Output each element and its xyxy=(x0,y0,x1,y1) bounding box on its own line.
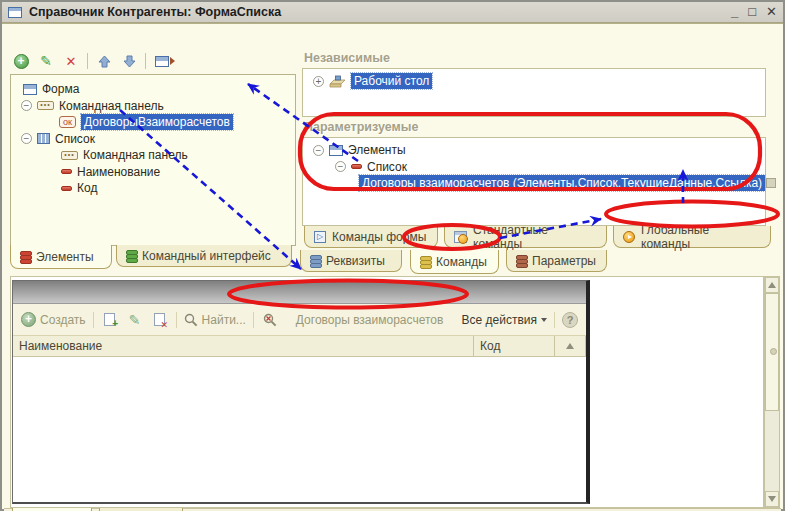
collapse-icon[interactable]: − xyxy=(335,161,346,172)
delete-x-icon: ✕ xyxy=(66,54,77,69)
minimize-button[interactable]: _ xyxy=(731,5,738,19)
form-settings-button[interactable] xyxy=(153,52,177,70)
all-actions-button[interactable]: Все действия xyxy=(462,313,547,327)
elements-stack-icon xyxy=(20,251,30,263)
tab-komandy[interactable]: Команды xyxy=(410,250,499,274)
tree-item-label: Командная панель xyxy=(59,99,164,113)
create-label: Создать xyxy=(40,313,86,327)
tab-rekvizity[interactable]: Реквизиты xyxy=(300,250,402,272)
column-header-name[interactable]: Наименование xyxy=(13,336,474,356)
tree-item-label: Список xyxy=(367,160,407,174)
attributes-stack-icon xyxy=(310,255,320,267)
tree-item-label: Элементы xyxy=(348,143,406,157)
column-header-code[interactable]: Код xyxy=(474,336,555,356)
tab-label: Глобальные команды xyxy=(641,223,761,251)
tab-elementy[interactable]: Элементы xyxy=(10,245,112,269)
add-icon: + xyxy=(21,312,36,327)
global-commands-icon xyxy=(623,231,635,243)
pencil-icon: ✎ xyxy=(40,54,52,68)
create-button[interactable]: + Создать xyxy=(21,311,86,329)
all-actions-label: Все действия xyxy=(462,313,537,327)
toolbar-separator xyxy=(253,312,254,328)
field-icon xyxy=(61,169,72,174)
parametrized-header: Параметризуемые xyxy=(304,120,418,134)
tab-komandnyj-interfejs[interactable]: Командный интерфейс xyxy=(116,245,292,267)
scrollbar-up-button[interactable] xyxy=(765,277,779,293)
elements-toolbar: + ✎ ✕ xyxy=(12,50,177,72)
tree-item-name-field[interactable]: Наименование xyxy=(15,164,291,181)
scrollbar-thumb[interactable] xyxy=(765,293,779,411)
collapse-icon[interactable]: − xyxy=(21,100,32,111)
magnifier-icon xyxy=(184,313,198,327)
tab-label: Элементы xyxy=(36,250,94,264)
delete-button[interactable]: ✕ xyxy=(62,52,80,70)
pencil-icon: ✎ xyxy=(129,313,141,327)
copy-doc-icon: + xyxy=(104,313,115,326)
toolbar-separator xyxy=(176,312,177,328)
arrow-up-icon xyxy=(98,55,111,68)
clear-search-button[interactable] xyxy=(261,311,279,329)
parameters-stack-icon xyxy=(516,255,526,267)
vertical-scrollbar[interactable] xyxy=(764,276,780,508)
splitter-grip[interactable] xyxy=(766,178,776,188)
add-button[interactable]: + xyxy=(12,52,30,70)
field-icon xyxy=(61,186,72,191)
scroll-down-icon xyxy=(768,496,776,502)
tree-item-command-bar[interactable]: − ••• Командная панель xyxy=(15,98,291,115)
tree-item-label-selected: ДоговорыВзаиморасчетов xyxy=(81,114,233,130)
collapse-icon[interactable]: − xyxy=(313,145,324,156)
play-right-icon xyxy=(170,57,175,65)
copy-button[interactable]: + xyxy=(101,311,119,329)
magnifier-clear-icon xyxy=(263,313,277,327)
tab-parametry[interactable]: Параметры xyxy=(506,250,607,272)
tree-item-global-command[interactable]: Договоры взаиморасчетов (Элементы.Список… xyxy=(305,175,763,192)
scroll-up-icon xyxy=(566,343,574,349)
close-button[interactable]: ✕ xyxy=(766,5,777,19)
dropdown-caret-icon xyxy=(541,318,547,322)
tree-item-form[interactable]: Форма xyxy=(15,81,291,98)
tree-item-list-command-bar[interactable]: ••• Командная панель xyxy=(15,147,291,164)
ok-button-icon: ок xyxy=(59,116,76,128)
tab-globalnye-komandy[interactable]: Глобальные команды xyxy=(613,226,771,248)
find-label: Найти... xyxy=(202,313,246,327)
desktop-icon xyxy=(329,75,346,88)
preview-table-body[interactable] xyxy=(13,357,586,502)
table-scroll-up[interactable] xyxy=(555,336,586,356)
tab-standartnye-komandy[interactable]: Стандартные команды xyxy=(444,226,607,248)
list-item-label-selected: Рабочий стол xyxy=(351,73,432,89)
title-bar: Справочник Контрагенты: ФормаСписка _ □ … xyxy=(2,2,783,23)
tab-komandy-formy[interactable]: ▷ Команды формы xyxy=(304,226,438,248)
tree-item-list[interactable]: − Список xyxy=(15,131,291,148)
edit-button[interactable]: ✎ xyxy=(37,52,55,70)
delete-doc-icon: ✕ xyxy=(154,313,165,326)
tab-label: Параметры xyxy=(532,254,596,268)
find-button[interactable]: Найти... xyxy=(184,311,246,329)
help-button[interactable]: ? xyxy=(562,312,578,328)
tree-item-elements[interactable]: − Элементы xyxy=(305,142,763,159)
command-interface-stack-icon xyxy=(126,250,136,262)
collapse-icon[interactable]: − xyxy=(21,133,32,144)
commands-stack-icon xyxy=(420,256,430,268)
toolbar-separator xyxy=(93,312,94,328)
scrollbar-down-button[interactable] xyxy=(765,491,779,507)
edit-button[interactable]: ✎ xyxy=(126,311,144,329)
form-elements-tree: Форма − ••• Командная панель ок Договоры… xyxy=(10,74,296,246)
tab-label: Команды xyxy=(436,255,487,269)
dogovory-command-button[interactable]: Договоры взаиморасчетов xyxy=(296,313,443,327)
maximize-button[interactable]: □ xyxy=(748,5,756,19)
expand-icon[interactable]: + xyxy=(313,76,324,87)
tab-label: Реквизиты xyxy=(326,254,385,268)
window-form-icon xyxy=(8,7,22,18)
list-item-rabochij-stol[interactable]: + Рабочий стол xyxy=(305,73,763,90)
independent-header: Независимые xyxy=(304,51,390,65)
move-up-button[interactable] xyxy=(95,52,113,70)
toolbar-separator xyxy=(87,53,88,69)
tree-item-list[interactable]: − Список xyxy=(305,159,763,176)
tab-label: Командный интерфейс xyxy=(142,249,271,263)
tree-item-dogovory-button[interactable]: ок ДоговорыВзаиморасчетов xyxy=(15,114,291,131)
standard-commands-icon xyxy=(454,231,467,243)
move-down-button[interactable] xyxy=(120,52,138,70)
tree-item-code-field[interactable]: Код xyxy=(15,180,291,197)
window-content: + ✎ ✕ Форма − ••• xyxy=(2,23,783,509)
delete-button[interactable]: ✕ xyxy=(151,311,169,329)
